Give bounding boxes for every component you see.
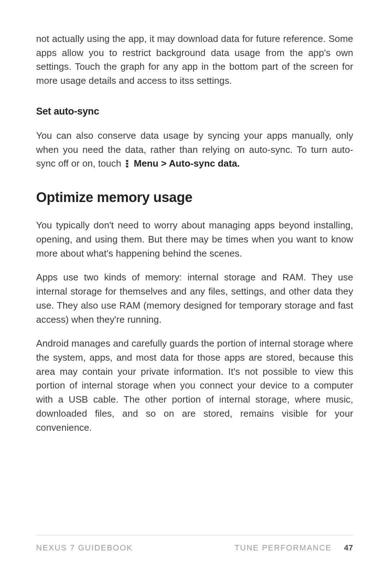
optimize-paragraph-3: Android manages and carefully guards the… xyxy=(36,336,353,434)
set-auto-sync-heading: Set auto-sync xyxy=(36,106,353,117)
footer-section-title: TUNE PERFORMANCE xyxy=(234,543,332,553)
footer-row: NEXUS 7 GUIDEBOOK TUNE PERFORMANCE 47 xyxy=(36,543,353,553)
footer-right-group: TUNE PERFORMANCE 47 xyxy=(234,543,353,553)
footer-divider xyxy=(36,535,353,535)
optimize-paragraph-1: You typically don't need to worry about … xyxy=(36,218,353,260)
page-content: not actually using the app, it may downl… xyxy=(0,0,390,434)
svg-rect-1 xyxy=(126,163,128,165)
optimize-paragraph-2: Apps use two kinds of memory: internal s… xyxy=(36,270,353,326)
footer-page-number: 47 xyxy=(344,543,353,553)
auto-sync-menu-path: Menu > Auto-sync data. xyxy=(134,158,240,169)
svg-rect-2 xyxy=(126,166,128,167)
intro-continuation-paragraph: not actually using the app, it may downl… xyxy=(36,32,353,88)
optimize-memory-heading: Optimize memory usage xyxy=(36,190,353,205)
auto-sync-paragraph: You can also conserve data usage by sync… xyxy=(36,129,353,172)
svg-rect-0 xyxy=(126,160,128,162)
page-footer: NEXUS 7 GUIDEBOOK TUNE PERFORMANCE 47 xyxy=(36,535,353,553)
menu-overflow-icon xyxy=(125,158,129,172)
footer-book-title: NEXUS 7 GUIDEBOOK xyxy=(36,543,133,553)
